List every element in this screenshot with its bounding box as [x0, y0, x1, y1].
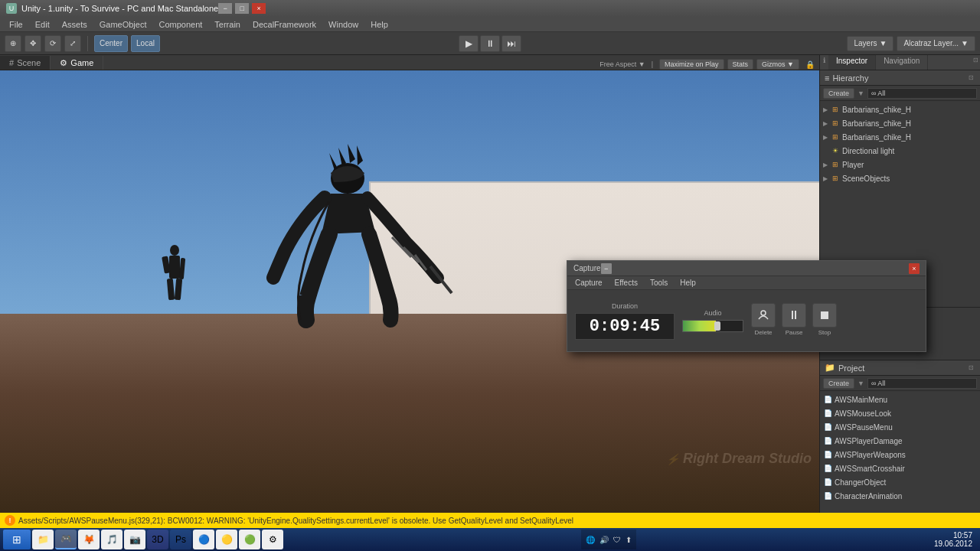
project-create-btn[interactable]: Create [823, 378, 854, 389]
capture-close-btn[interactable]: × [909, 263, 920, 274]
maximize-button[interactable]: □ [235, 3, 249, 14]
capture-timer: 0:09:45 [575, 313, 675, 340]
stats-btn[interactable]: Stats [727, 59, 754, 70]
hierarchy-collapse[interactable]: ⊡ [967, 73, 975, 83]
tab-navigation[interactable]: Navigation [876, 55, 928, 70]
menu-edit[interactable]: Edit [29, 18, 56, 31]
title-bar-controls: − □ × [218, 3, 266, 14]
menu-file[interactable]: File [3, 18, 29, 31]
project-search[interactable] [867, 378, 977, 389]
layout-button[interactable]: Alcatraz Layer... ▼ [897, 36, 975, 51]
main-character [262, 144, 453, 389]
hierarchy-toolbar: Create ▼ [820, 86, 980, 101]
menu-decalframework[interactable]: DecalFramework [247, 18, 322, 31]
capture-menu-effects[interactable]: Effects [610, 278, 642, 288]
start-button[interactable]: ⊞ [3, 530, 31, 549]
project-item-awsplayerweapons[interactable]: 📄 AWSPlayerWeapons [820, 448, 980, 461]
taskbar-firefox[interactable]: 🦊 [78, 530, 100, 549]
tray-arrow-icon[interactable]: ⬆ [624, 534, 633, 546]
menu-window[interactable]: Window [322, 18, 364, 31]
taskbar-photo[interactable]: 📷 [124, 530, 145, 549]
stop-btn-group: ⏹ Stop [812, 303, 837, 336]
tool-hand[interactable]: ⊕ [5, 35, 21, 52]
tool-rotate[interactable]: ⟳ [44, 35, 61, 52]
project-item-awsmouselook[interactable]: 📄 AWSMouseLook [820, 406, 980, 420]
capture-menu-tools[interactable]: Tools [645, 278, 672, 288]
tab-game[interactable]: ⚙ Game [51, 56, 103, 70]
taskbar-system-tray: 🌐 🔊 🛡 ⬆ [581, 530, 636, 549]
taskbar-3dsmax[interactable]: 3D [147, 530, 168, 549]
project-collapse[interactable]: ⊡ [967, 363, 975, 373]
step-button[interactable]: ⏭ [501, 35, 521, 52]
tool-scale[interactable]: ⤢ [64, 35, 81, 52]
close-button[interactable]: × [252, 3, 266, 14]
pause-button[interactable]: ⏸ [480, 35, 500, 52]
svg-point-15 [761, 311, 766, 315]
menu-component[interactable]: Component [152, 18, 208, 31]
capture-minimize-btn[interactable]: − [601, 263, 612, 274]
menu-assets[interactable]: Assets [56, 18, 93, 31]
tree-item-sceneobjects[interactable]: ▶ ⊞ SceneObjects [820, 171, 980, 185]
project-item-awssmartcrosshair[interactable]: 📄 AWSSmartCrosshair [820, 461, 980, 475]
taskbar-app4[interactable]: 🟡 [216, 530, 237, 549]
panel-lock-icon[interactable]: 🔒 [805, 60, 815, 69]
project-item-awspausemenu[interactable]: 📄 AWSPauseMenu [820, 420, 980, 434]
project-item-awsmainmenu[interactable]: 📄 AWSMainMenu [820, 393, 980, 406]
tray-volume-icon[interactable]: 🔊 [598, 534, 610, 546]
gizmos-btn[interactable]: Gizmos ▼ [756, 59, 799, 70]
menu-help[interactable]: Help [364, 18, 394, 31]
tab-inspector[interactable]: Inspector [828, 55, 876, 70]
svg-rect-4 [167, 279, 175, 301]
capture-dialog: Capture − × Capture Effects Tools Help D… [567, 260, 926, 352]
menu-terrain[interactable]: Terrain [208, 18, 247, 31]
space-button[interactable]: Local [131, 35, 160, 52]
taskbar-app6[interactable]: ⚙ [262, 530, 283, 549]
inspector-tab-bar: ℹ Inspector Navigation ⊡ [820, 55, 980, 70]
layers-button[interactable]: Layers ▼ [847, 36, 893, 51]
far-character [155, 243, 194, 327]
hierarchy-create-btn[interactable]: Create [823, 88, 854, 99]
tray-shield-icon[interactable]: 🛡 [612, 534, 622, 546]
pivot-button[interactable]: Center [94, 35, 128, 52]
capture-stop-btn[interactable]: ⏹ [812, 303, 837, 328]
capture-content: Duration 0:09:45 Audio Delete [567, 290, 926, 351]
maximize-on-play-btn[interactable]: Maximize on Play [659, 59, 724, 70]
tree-item-player[interactable]: ▶ ⊞ Player [820, 158, 980, 171]
menu-bar: File Edit Assets GameObject Component Te… [0, 17, 980, 32]
duration-section: Duration 0:09:45 [575, 302, 675, 340]
taskbar-explorer[interactable]: 📁 [32, 530, 54, 549]
tab-scene[interactable]: # Scene [0, 56, 51, 70]
taskbar-time: 10:57 19.06.2012 [934, 531, 977, 548]
project-item-awsplayerdamage[interactable]: 📄 AWSPlayerDamage [820, 434, 980, 448]
capture-pause-btn[interactable]: ⏸ [782, 303, 806, 328]
taskbar-photoshop[interactable]: Ps [170, 530, 191, 549]
project-item-changerobject[interactable]: 📄 ChangerObject [820, 475, 980, 489]
tool-move[interactable]: ✥ [24, 35, 41, 52]
pause-label: Pause [786, 329, 803, 336]
tree-item-directional-light[interactable]: ☀ Directional light [820, 144, 980, 158]
taskbar-unity[interactable]: 🎮 [55, 530, 77, 549]
minimize-button[interactable]: − [218, 3, 232, 14]
taskbar: ⊞ 📁 🎮 🦊 🎵 📷 3D Ps 🔵 🟡 🟢 ⚙ 🌐 🔊 🛡 ⬆ 10:57 … [0, 528, 980, 551]
play-button[interactable]: ▶ [459, 35, 479, 52]
capture-menu-capture[interactable]: Capture [570, 278, 607, 288]
menu-gameobject[interactable]: GameObject [93, 18, 153, 31]
stop-label: Stop [818, 329, 831, 336]
tree-item-barbarians1[interactable]: ▶ ⊞ Barbarians_chike_H [820, 103, 980, 116]
capture-menu-help[interactable]: Help [675, 278, 701, 288]
audio-level-thumb[interactable] [714, 321, 720, 331]
project-item-characteranimation[interactable]: 📄 CharacterAnimation [820, 489, 980, 503]
taskbar-app5[interactable]: 🟢 [239, 530, 260, 549]
capture-delete-btn[interactable] [751, 303, 776, 328]
play-controls: ▶ ⏸ ⏭ [459, 35, 521, 52]
tree-item-barbarians2[interactable]: ▶ ⊞ Barbarians_chike_H [820, 116, 980, 130]
inspector-collapse[interactable]: ⊡ [972, 55, 980, 70]
taskbar-app3[interactable]: 🔵 [193, 530, 214, 549]
capture-title-bar: Capture − × [567, 261, 926, 276]
tray-network-icon[interactable]: 🌐 [584, 534, 596, 546]
hierarchy-search[interactable] [867, 88, 977, 99]
project-title: Project [838, 364, 864, 373]
taskbar-media[interactable]: 🎵 [101, 530, 122, 549]
tree-item-barbarians3[interactable]: ▶ ⊞ Barbarians_chike_H [820, 130, 980, 144]
capture-controls: Delete ⏸ Pause ⏹ Stop [751, 303, 837, 339]
